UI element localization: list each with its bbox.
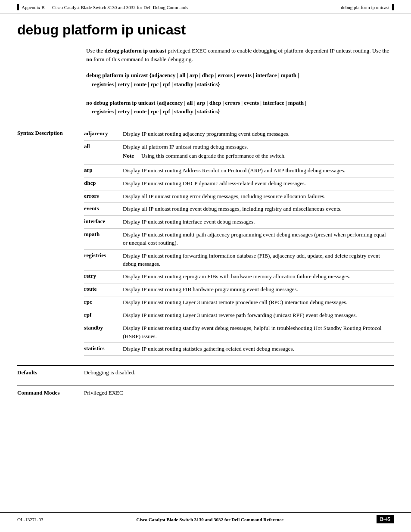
footer-left: OL-13271-03 [17,517,44,522]
intro-bold1: debug platform ip unicast [105,47,166,54]
syntax-term: dhcp [84,177,123,190]
table-row: standbyDisplay IP unicast routing standb… [84,322,394,343]
defaults-label: Defaults [17,365,84,376]
table-row: rpfDisplay IP unicast routing Layer 3 un… [84,309,394,322]
intro-bold2: no [86,56,92,62]
page-header: Appendix B Cisco Catalyst Blade Switch 3… [0,0,411,13]
syntax-term: rpc [84,296,123,309]
page-footer: OL-13271-03 Cisco Catalyst Blade Switch … [0,512,411,523]
syntax-desc: Display IP unicast routing Address Resol… [123,164,394,177]
syntax-term: statistics [84,343,123,356]
header-separator [47,5,50,10]
syntax-desc: Display IP unicast routing multi-path ad… [123,229,394,250]
syntax-term: rpf [84,309,123,322]
header-right: debug platform ip unicast [341,4,394,10]
table-row: routeDisplay IP unicast routing FIB hard… [84,283,394,296]
syntax-term: registries [84,249,123,271]
header-appendix: Appendix B [22,5,44,10]
syntax-command-2: no debug platform ip unicast {adjacency … [86,99,394,117]
syntax-desc: Display IP unicast routing DHCP dynamic … [123,177,394,190]
table-row: dhcpDisplay IP unicast routing DHCP dyna… [84,177,394,190]
syntax-desc: Display all platform IP unicast routing … [123,141,394,165]
header-bar-icon [17,4,19,10]
syntax-description-content: adjacencyDisplay IP unicast routing adja… [84,126,394,356]
intro-text2: privileged EXEC command to enable debugg… [166,47,389,54]
table-row: eventsDisplay all IP unicast routing eve… [84,203,394,216]
syntax-term: standby [84,322,123,343]
syntax-term: mpath [84,229,123,250]
syntax-command-1: debug platform ip unicast {adjacency | a… [86,71,394,89]
syntax-term: retry [84,271,123,283]
table-row: adjacencyDisplay IP unicast routing adja… [84,128,394,140]
table-row: allDisplay all platform IP unicast routi… [84,141,394,165]
intro-text3: form of this command to disable debuggin… [92,56,193,62]
syntax-desc: Display IP unicast routing FIB hardware … [123,283,394,296]
syntax-desc: Display IP unicast routing reprogram FIB… [123,271,394,283]
syntax-table: adjacencyDisplay IP unicast routing adja… [84,128,394,356]
syntax-term: route [84,283,123,296]
syntax-desc: Display IP unicast routing standby event… [123,322,394,343]
defaults-text: Debugging is disabled. [84,369,136,376]
table-row: mpathDisplay IP unicast routing multi-pa… [84,229,394,250]
footer-center: Cisco Catalyst Blade Switch 3130 and 303… [136,517,283,522]
header-left: Appendix B Cisco Catalyst Blade Switch 3… [17,4,188,10]
command-modes-content: Privileged EXEC [84,386,394,396]
header-right-text: debug platform ip unicast [341,5,389,10]
syntax-term: events [84,203,123,216]
header-title: Cisco Catalyst Blade Switch 3130 and 303… [52,5,188,10]
syntax-desc: Display IP unicast routing Layer 3 unica… [123,309,394,322]
table-row: statisticsDisplay IP unicast routing sta… [84,343,394,356]
footer-right: B-45 [377,515,394,523]
defaults-content: Debugging is disabled. [84,365,394,376]
syntax-description-section: Syntax Description adjacencyDisplay IP u… [17,126,394,356]
syntax-desc: Display all IP unicast routing error deb… [123,190,394,203]
syntax-term: interface [84,216,123,229]
note-text: Using this command can degrade the perfo… [141,152,286,160]
note-box: NoteUsing this command can degrade the p… [123,152,390,160]
table-row: arpDisplay IP unicast routing Address Re… [84,164,394,177]
table-row: retryDisplay IP unicast routing reprogra… [84,271,394,283]
intro-text1: Use the [86,47,105,54]
syntax-desc: Display IP unicast routing Layer 3 unica… [123,296,394,309]
defaults-section: Defaults Debugging is disabled. [17,365,394,376]
main-content: debug platform ip unicast Use the debug … [0,13,411,431]
syntax-desc: Display IP unicast routing statistics ga… [123,343,394,356]
note-label: Note [123,152,138,160]
intro-paragraph: Use the debug platform ip unicast privil… [86,47,394,63]
table-row: registriesDisplay IP unicast routing for… [84,249,394,271]
table-row: interfaceDisplay IP unicast routing inte… [84,216,394,229]
command-modes-label: Command Modes [17,386,84,396]
syntax-desc: Display IP unicast routing forwarding in… [123,249,394,271]
table-row: rpcDisplay IP unicast routing Layer 3 un… [84,296,394,309]
syntax-term: adjacency [84,128,123,140]
page-title: debug platform ip unicast [17,22,394,38]
syntax-term: errors [84,190,123,203]
header-right-bar-icon [392,4,394,10]
syntax-desc: Display all IP unicast routing event deb… [123,203,394,216]
table-row: errorsDisplay all IP unicast routing err… [84,190,394,203]
command-modes-text: Privileged EXEC [84,389,123,396]
syntax-desc: Display IP unicast routing adjacency pro… [123,128,394,140]
syntax-description-label: Syntax Description [17,126,84,356]
command-modes-section: Command Modes Privileged EXEC [17,386,394,396]
syntax-term: all [84,141,123,165]
syntax-desc: Display IP unicast routing interface eve… [123,216,394,229]
syntax-block: debug platform ip unicast {adjacency | a… [86,71,394,116]
syntax-term: arp [84,164,123,177]
